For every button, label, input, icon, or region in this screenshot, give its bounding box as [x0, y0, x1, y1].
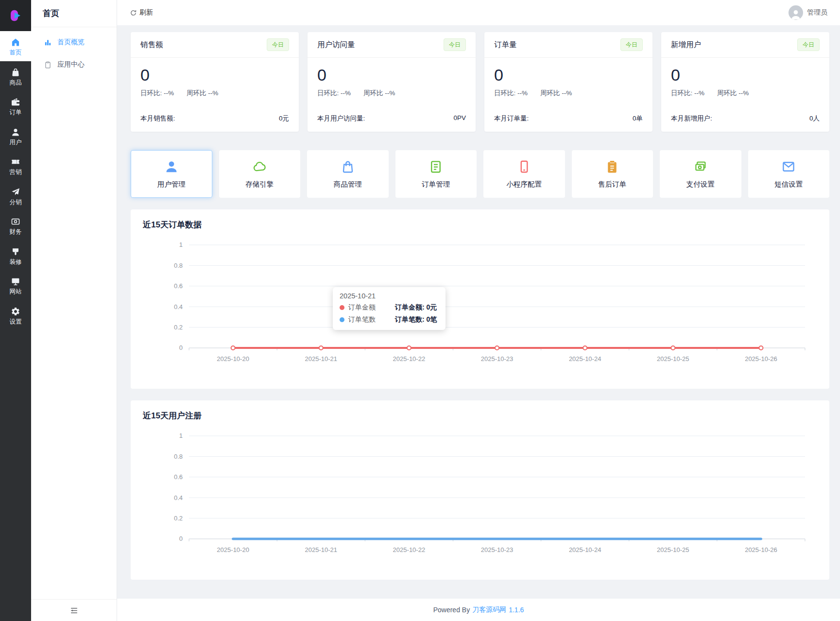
day-ratio: 日环比: --%	[494, 89, 528, 98]
rail-item-goods-bag[interactable]: 商品	[0, 61, 31, 91]
svg-text:0.8: 0.8	[174, 262, 183, 269]
svg-text:1: 1	[179, 432, 183, 440]
settings-gear-icon	[11, 307, 20, 316]
svg-text:2025-10-23: 2025-10-23	[481, 546, 514, 553]
rail-item-distribution-plane[interactable]: 分销	[0, 181, 31, 211]
shortcut-clipboard-fill[interactable]: 售后订单	[572, 150, 653, 198]
tooltip-date: 2025-10-21	[340, 292, 437, 300]
svg-text:1: 1	[179, 242, 183, 249]
rail-item-label: 首页	[10, 50, 22, 56]
shortcut-phone-outline[interactable]: 小程序配置	[483, 150, 565, 198]
shortcut-label: 支付设置	[686, 180, 715, 189]
avatar	[789, 5, 803, 20]
svg-text:0: 0	[179, 535, 183, 543]
shortcut-label: 存储引擎	[245, 180, 274, 189]
rail-item-home[interactable]: 首页	[0, 31, 31, 61]
stat-card-body: 0 日环比: --% 周环比 --% 本月新增用户: 0人	[661, 58, 829, 132]
app-logo[interactable]	[0, 0, 31, 31]
shortcut-user-fill[interactable]: 用户管理	[131, 150, 212, 198]
svg-text:0.4: 0.4	[174, 303, 183, 310]
collapse-menu-icon	[69, 606, 79, 615]
rail-item-label: 网站	[10, 289, 22, 295]
avatar-person-icon	[789, 7, 802, 20]
page-content: 销售额 今日 0 日环比: --% 周环比 --% 本月销售额: 0元 用户访问…	[117, 25, 840, 599]
stat-card: 订单量 今日 0 日环比: --% 周环比 --% 本月订单量: 0单	[484, 32, 652, 132]
brand-link[interactable]: 刀客源码网	[472, 605, 506, 614]
goods-bag-icon	[11, 68, 20, 77]
stat-title: 新增用户	[671, 40, 701, 50]
stat-card-header: 销售额 今日	[131, 32, 299, 58]
shortcut-mail[interactable]: 短信设置	[748, 150, 830, 198]
sidebar-collapse-button[interactable]	[31, 599, 117, 621]
stat-card-body: 0 日环比: --% 周环比 --% 本月销售额: 0元	[131, 58, 299, 132]
month-value: 0元	[279, 114, 289, 123]
stat-card: 用户访问量 今日 0 日环比: --% 周环比 --% 本月用户访问量: 0PV	[308, 32, 476, 132]
finance-money-icon	[11, 217, 20, 226]
stat-month-row: 本月新增用户: 0人	[671, 114, 820, 123]
svg-text:2025-10-23: 2025-10-23	[481, 355, 514, 362]
month-label: 本月用户访问量:	[317, 114, 365, 123]
rail-item-decorate-paint[interactable]: 装修	[0, 241, 31, 271]
svg-text:0: 0	[179, 345, 183, 352]
banknotes-icon	[693, 159, 708, 174]
shortcut-bag-outline[interactable]: 商品管理	[307, 150, 389, 198]
refresh-icon	[130, 9, 137, 17]
submenu-item-label: 应用中心	[57, 60, 85, 69]
rail-item-marketing-ticket[interactable]: 营销	[0, 151, 31, 181]
stat-month-row: 本月订单量: 0单	[494, 114, 643, 123]
doc-outline-icon	[429, 159, 443, 174]
primary-sidebar: 首页商品订单用户营销分销财务装修网站设置	[0, 0, 31, 621]
version-text: 1.1.6	[509, 606, 524, 614]
stat-value: 0	[140, 66, 289, 85]
orders-briefcase-icon	[11, 97, 20, 107]
svg-text:0.2: 0.2	[174, 324, 183, 331]
stat-ratios: 日环比: --% 周环比 --%	[317, 89, 466, 98]
stat-title: 订单量	[494, 40, 517, 50]
shortcut-label: 商品管理	[334, 180, 362, 189]
svg-text:2025-10-24: 2025-10-24	[569, 546, 601, 553]
topbar: 刷新 管理员	[117, 0, 840, 25]
rail-item-label: 设置	[10, 319, 22, 325]
chart-tooltip: 2025-10-21 订单金额 订单金额: 0元 订单笔数 订单笔数: 0笔	[333, 287, 446, 330]
series-color-dot	[340, 317, 344, 322]
registrations-chart-title: 近15天用户注册	[143, 410, 817, 421]
svg-text:2025-10-22: 2025-10-22	[393, 355, 426, 362]
series-value: 订单笔数: 0笔	[395, 315, 437, 324]
rail-item-website-monitor[interactable]: 网站	[0, 270, 31, 300]
rail-item-settings-gear[interactable]: 设置	[0, 300, 31, 330]
shortcut-cloud[interactable]: 存储引擎	[219, 150, 301, 198]
phone-outline-icon	[517, 159, 531, 174]
main-area: 刷新 管理员 销售额 今日 0 日环比: --% 周环比	[117, 0, 840, 621]
rail-item-label: 财务	[10, 229, 22, 235]
svg-text:2025-10-25: 2025-10-25	[657, 546, 689, 553]
secondary-menu: 首页概览应用中心	[31, 27, 117, 599]
rail-item-orders-briefcase[interactable]: 订单	[0, 91, 31, 121]
website-monitor-icon	[11, 276, 20, 286]
stat-title: 用户访问量	[317, 40, 355, 50]
svg-text:2025-10-25: 2025-10-25	[657, 355, 689, 362]
stat-ratios: 日环比: --% 周环比 --%	[671, 89, 820, 98]
user-menu[interactable]: 管理员	[789, 5, 827, 20]
tooltip-row: 订单金额 订单金额: 0元	[340, 303, 437, 312]
svg-text:0.2: 0.2	[174, 515, 183, 522]
rail-item-label: 商品	[10, 80, 22, 86]
user-icon	[11, 127, 20, 137]
today-badge: 今日	[267, 38, 289, 51]
refresh-button[interactable]: 刷新	[130, 8, 153, 17]
bag-outline-icon	[341, 159, 355, 174]
submenu-item-app-center[interactable]: 应用中心	[31, 53, 117, 76]
stat-value: 0	[671, 66, 820, 85]
shortcut-doc-outline[interactable]: 订单管理	[395, 150, 477, 198]
rail-item-finance-money[interactable]: 财务	[0, 210, 31, 241]
month-value: 0PV	[453, 114, 466, 123]
series-value: 订单金额: 0元	[395, 303, 437, 312]
rail-item-user[interactable]: 用户	[0, 121, 31, 151]
stat-ratios: 日环比: --% 周环比 --%	[494, 89, 643, 98]
registrations-chart: 00.20.40.60.812025-10-202025-10-212025-1…	[143, 427, 817, 574]
svg-text:0.4: 0.4	[174, 494, 183, 501]
shortcut-banknotes[interactable]: 支付设置	[660, 150, 741, 198]
today-badge: 今日	[620, 38, 643, 51]
page-footer: Powered By 刀客源码网 1.1.6	[117, 599, 840, 621]
stat-value: 0	[317, 66, 466, 85]
submenu-item-overview-chart[interactable]: 首页概览	[31, 31, 117, 53]
